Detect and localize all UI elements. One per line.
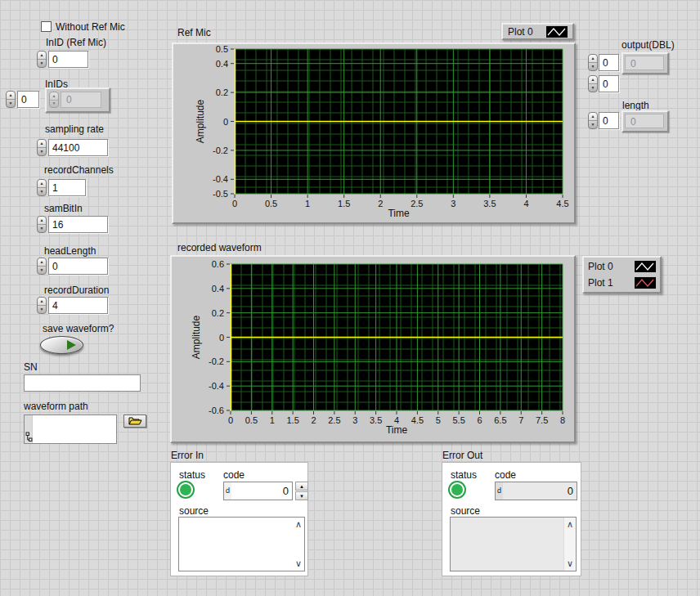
legend-item[interactable]: Plot 0 bbox=[503, 25, 572, 38]
svg-text:Time: Time bbox=[386, 424, 408, 436]
record-duration-increment-decrement[interactable]: ▲▼ bbox=[37, 297, 47, 314]
error-in-cluster: status code d 0 ▲ ▼ source ∧ ∨ bbox=[170, 462, 308, 576]
error-out-status-led bbox=[450, 482, 464, 497]
waveform-path-input[interactable] bbox=[24, 415, 117, 444]
save-waveform-toggle-button[interactable] bbox=[40, 336, 83, 354]
scroll-down-icon[interactable]: ∨ bbox=[295, 558, 302, 569]
legend-item[interactable]: Plot 0 bbox=[584, 258, 660, 275]
error-out-source-label: source bbox=[451, 505, 480, 517]
open-folder-icon bbox=[128, 416, 142, 426]
ref-mic-graph-legend[interactable]: Plot 0 bbox=[501, 23, 574, 40]
output-dbl-index-col-field[interactable]: 0 bbox=[599, 75, 619, 92]
record-channels-field[interactable]: 1 bbox=[48, 179, 86, 196]
inid-field[interactable]: 0 bbox=[48, 51, 88, 68]
svg-text:Amplitude: Amplitude bbox=[191, 316, 202, 360]
svg-text:5: 5 bbox=[436, 415, 441, 425]
sampling-rate-field[interactable]: 44100 bbox=[48, 139, 108, 156]
error-in-source-label: source bbox=[179, 505, 209, 517]
error-in-title: Error In bbox=[171, 450, 204, 461]
plot-sample-icon bbox=[635, 261, 656, 272]
radix-indicator: d bbox=[496, 482, 503, 500]
svg-text:2.5: 2.5 bbox=[411, 199, 423, 208]
recorded-waveform-graph-legend[interactable]: Plot 0Plot 1 bbox=[582, 256, 662, 294]
down-arrow-button[interactable]: ▼ bbox=[295, 491, 308, 500]
svg-text:8: 8 bbox=[560, 415, 565, 425]
svg-text:Time: Time bbox=[388, 208, 410, 219]
sam-bit-in-field[interactable]: 16 bbox=[48, 216, 108, 233]
head-length-increment-decrement[interactable]: ▲▼ bbox=[37, 258, 47, 275]
svg-text:0: 0 bbox=[223, 117, 228, 127]
error-out-title: Error Out bbox=[442, 450, 482, 461]
svg-text:3: 3 bbox=[451, 199, 455, 208]
record-channels-label: recordChannels bbox=[44, 164, 114, 176]
record-channels-increment-decrement[interactable]: ▲▼ bbox=[37, 179, 47, 196]
plot-name: Plot 0 bbox=[588, 261, 628, 272]
error-out-cluster: status code d 0 source ∧ ∨ bbox=[442, 462, 581, 576]
plot-name: Plot 1 bbox=[588, 277, 628, 289]
save-waveform-label: save waveform? bbox=[43, 323, 114, 334]
ref-mic-graph[interactable]: 00.511.522.533.544.50.50.40.20-0.2-0.4-0… bbox=[173, 44, 574, 222]
svg-text:0: 0 bbox=[228, 415, 233, 425]
error-in-source-field[interactable]: ∧ ∨ bbox=[178, 517, 305, 571]
record-duration-label: recordDuration bbox=[44, 285, 109, 296]
svg-text:0.6: 0.6 bbox=[212, 259, 224, 269]
svg-text:1: 1 bbox=[270, 415, 275, 425]
browse-path-button[interactable] bbox=[123, 415, 146, 428]
error-in-code-label: code bbox=[223, 469, 245, 481]
error-out-status-label: status bbox=[451, 469, 477, 481]
plot-name: Plot 0 bbox=[508, 26, 538, 38]
output-dbl-index-row-field[interactable]: 0 bbox=[599, 54, 619, 71]
svg-text:2: 2 bbox=[311, 415, 316, 425]
output-dbl-array-shell: 0 bbox=[621, 52, 669, 74]
error-out-source-indicator: ∧ ∨ bbox=[450, 517, 577, 571]
length-label: length bbox=[622, 100, 649, 111]
svg-text:4: 4 bbox=[523, 199, 528, 208]
inid-increment-decrement[interactable]: ▲▼ bbox=[37, 51, 47, 68]
error-in-code-value: 0 bbox=[283, 485, 289, 497]
sampling-rate-increment-decrement[interactable]: ▲▼ bbox=[37, 139, 47, 156]
scroll-down-icon[interactable]: ∨ bbox=[567, 558, 573, 569]
length-index-increment-decrement[interactable]: ▲▼ bbox=[588, 112, 598, 129]
head-length-field[interactable]: 0 bbox=[48, 258, 108, 275]
svg-text:-0.4: -0.4 bbox=[213, 174, 228, 184]
scroll-up-icon[interactable]: ∧ bbox=[295, 519, 302, 530]
svg-text:-0.6: -0.6 bbox=[209, 406, 224, 415]
without-ref-mic-label: Without Ref Mic bbox=[56, 21, 125, 33]
plot-sample-icon bbox=[546, 26, 568, 38]
length-index-field[interactable]: 0 bbox=[599, 112, 619, 129]
record-duration-field[interactable]: 4 bbox=[48, 297, 108, 314]
scroll-up-icon[interactable]: ∧ bbox=[567, 519, 573, 530]
up-arrow-button[interactable]: ▲ bbox=[295, 482, 308, 491]
svg-text:Amplitude: Amplitude bbox=[195, 100, 206, 144]
radix-indicator[interactable]: d bbox=[224, 482, 231, 500]
sam-bit-in-increment-decrement[interactable]: ▲▼ bbox=[37, 216, 47, 233]
svg-text:0.2: 0.2 bbox=[216, 87, 228, 97]
sn-input[interactable] bbox=[24, 374, 141, 392]
labview-front-panel: { "controls": { "without_ref_mic": {"lab… bbox=[0, 0, 700, 596]
output-dbl-label: output(DBL) bbox=[621, 39, 675, 51]
svg-text:5.5: 5.5 bbox=[452, 415, 464, 425]
error-in-code-field[interactable]: d 0 bbox=[223, 482, 293, 500]
path-type-icon bbox=[25, 432, 33, 442]
recorded-waveform-graph[interactable]: 00.511.522.533.544.555.566.577.580.60.40… bbox=[172, 257, 574, 441]
inid-label: InID (Ref Mic) bbox=[46, 37, 106, 48]
legend-item[interactable]: Plot 1 bbox=[584, 275, 660, 291]
svg-text:7: 7 bbox=[518, 415, 523, 425]
inids-element-field[interactable]: 0 bbox=[61, 92, 101, 108]
error-in-status-led[interactable] bbox=[178, 482, 193, 497]
inids-index-increment-decrement[interactable]: ▲▼ bbox=[6, 91, 16, 108]
inids-array-shell: ▲▼ 0 bbox=[45, 87, 110, 113]
svg-text:-0.5: -0.5 bbox=[213, 189, 228, 199]
length-array-shell: 0 bbox=[621, 110, 669, 132]
recorded-waveform-graph-title: recorded waveform bbox=[177, 242, 262, 253]
svg-text:-0.2: -0.2 bbox=[213, 146, 228, 155]
ref-mic-graph-panel: 00.511.522.533.544.50.50.40.20-0.2-0.4-0… bbox=[172, 43, 576, 224]
output-dbl-index-row-increment-decrement[interactable]: ▲▼ bbox=[588, 54, 598, 71]
inids-index-field[interactable]: 0 bbox=[17, 91, 39, 108]
without-ref-mic-checkbox[interactable] bbox=[41, 21, 52, 32]
inids-element-increment-decrement[interactable]: ▲▼ bbox=[49, 92, 59, 108]
svg-text:3.5: 3.5 bbox=[483, 199, 496, 208]
output-dbl-index-col-increment-decrement[interactable]: ▲▼ bbox=[588, 75, 598, 92]
error-in-code-spinner[interactable]: ▲ ▼ bbox=[295, 482, 308, 500]
svg-text:2: 2 bbox=[378, 199, 383, 208]
